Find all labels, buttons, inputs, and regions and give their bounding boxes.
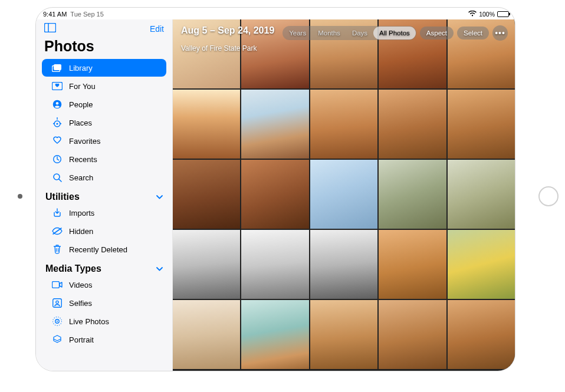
sidebar-item-recently-deleted[interactable]: Recently Deleted <box>42 241 166 258</box>
aspect-button[interactable]: Aspect <box>420 27 454 39</box>
places-icon <box>51 117 63 129</box>
sidebar-item-hidden[interactable]: Hidden <box>42 222 166 240</box>
photo-thumbnail[interactable] <box>173 160 240 229</box>
sidebar-item-favorites[interactable]: Favorites <box>42 132 166 150</box>
sidebar-item-places[interactable]: Places <box>42 114 166 131</box>
photo-thumbnail[interactable] <box>173 19 240 88</box>
sidebar-section-title: Media Types <box>45 263 101 274</box>
photo-thumbnail[interactable] <box>379 90 446 159</box>
sidebar-edit-button[interactable]: Edit <box>150 24 164 34</box>
battery-pct: 100% <box>479 11 495 18</box>
chevron-down-icon <box>156 265 163 273</box>
photo-thumbnail[interactable] <box>379 300 446 369</box>
select-button[interactable]: Select <box>457 27 489 39</box>
photo-grid <box>173 19 515 371</box>
imports-icon <box>51 207 63 219</box>
photo-thumbnail[interactable] <box>241 160 308 229</box>
sidebar-item-label: Imports <box>69 209 94 218</box>
photo-thumbnail[interactable] <box>173 300 240 369</box>
hidden-icon <box>51 225 63 237</box>
status-time: 9:41 AM <box>43 11 67 18</box>
search-icon <box>51 172 63 183</box>
sidebar-item-for-you[interactable]: For You <box>42 77 166 95</box>
sidebar-section-title: Utilities <box>45 192 80 202</box>
sidebar-section-media-types[interactable]: Media Types <box>36 259 172 275</box>
sidebar-item-label: People <box>69 100 93 109</box>
sidebar-item-label: Search <box>69 173 93 182</box>
svg-point-16 <box>56 301 58 303</box>
sidebar-item-search[interactable]: Search <box>42 169 166 186</box>
segment-years[interactable]: Years <box>283 27 312 39</box>
svg-point-9 <box>56 123 58 124</box>
svg-point-19 <box>57 321 58 322</box>
home-button[interactable] <box>538 186 559 206</box>
photo-thumbnail[interactable] <box>448 160 515 229</box>
segment-days[interactable]: Days <box>346 27 373 39</box>
svg-line-12 <box>59 179 61 182</box>
sidebar-item-portrait[interactable]: Portrait <box>42 331 166 348</box>
sidebar-title: Photos <box>36 37 172 58</box>
sidebar-item-label: Live Photos <box>69 317 109 326</box>
status-date: Tue Sep 15 <box>70 11 103 18</box>
photo-thumbnail[interactable] <box>310 300 377 369</box>
segment-months[interactable]: Months <box>312 27 346 39</box>
sidebar-item-videos[interactable]: Videos <box>42 276 166 294</box>
photo-thumbnail[interactable] <box>310 90 377 159</box>
photo-thumbnail[interactable] <box>241 300 308 369</box>
photo-thumbnail[interactable] <box>448 300 515 369</box>
svg-point-7 <box>56 102 59 105</box>
sidebar-item-recents[interactable]: Recents <box>42 150 166 168</box>
sidebar-item-selfies[interactable]: Selfies <box>42 294 166 312</box>
photo-thumbnail[interactable] <box>241 90 308 159</box>
for-you-icon <box>51 80 63 92</box>
photo-thumbnail[interactable] <box>448 230 515 299</box>
more-button[interactable]: ••• <box>492 25 508 41</box>
sidebar-item-people[interactable]: People <box>42 95 166 113</box>
sidebar-item-label: For You <box>69 82 96 91</box>
photo-thumbnail[interactable] <box>173 230 240 299</box>
chevron-down-icon <box>156 193 163 201</box>
photo-thumbnail[interactable] <box>173 90 240 159</box>
svg-point-4 <box>55 65 57 67</box>
sidebar-item-label: Recents <box>69 155 97 164</box>
sidebar-item-live-photos[interactable]: Live Photos <box>42 312 166 330</box>
sidebar-item-label: Portrait <box>69 335 94 344</box>
sidebar-item-label: Recently Deleted <box>69 245 127 254</box>
video-icon <box>51 279 63 291</box>
battery-icon <box>497 11 509 17</box>
sidebar-section-utilities[interactable]: Utilities <box>36 187 172 203</box>
people-icon <box>51 98 63 110</box>
photo-thumbnail[interactable] <box>379 160 446 229</box>
recents-icon <box>51 153 63 165</box>
wifi-icon <box>468 11 477 18</box>
favorites-icon <box>51 135 63 147</box>
sidebar-item-label: Videos <box>69 281 93 289</box>
status-bar: 9:41 AM Tue Sep 15 100% <box>36 8 515 19</box>
sidebar: Edit Photos LibraryFor YouPeoplePlacesFa… <box>36 19 173 371</box>
selfies-icon <box>51 297 63 309</box>
svg-rect-14 <box>52 282 60 288</box>
photo-grid-content: Aug 5 – Sep 24, 2019 Valley of Fire Stat… <box>173 19 515 371</box>
sidebar-item-label: Library <box>69 64 93 73</box>
front-camera <box>18 194 22 199</box>
photo-thumbnail[interactable] <box>310 160 377 229</box>
trash-icon <box>51 243 63 255</box>
photo-thumbnail[interactable] <box>310 230 377 299</box>
portrait-icon <box>51 334 63 345</box>
library-icon <box>51 62 63 74</box>
sidebar-item-label: Places <box>69 118 92 127</box>
sidebar-item-library[interactable]: Library <box>42 59 166 77</box>
svg-rect-0 <box>45 24 56 32</box>
photo-thumbnail[interactable] <box>241 230 308 299</box>
sidebar-item-label: Hidden <box>69 227 93 236</box>
view-segmented-control[interactable]: YearsMonthsDaysAll Photos <box>282 26 416 40</box>
photo-thumbnail[interactable] <box>448 90 515 159</box>
photo-thumbnail[interactable] <box>379 230 446 299</box>
sidebar-item-label: Favorites <box>69 137 100 146</box>
sidebar-item-label: Selfies <box>69 299 92 308</box>
sidebar-item-imports[interactable]: Imports <box>42 204 166 222</box>
live-photos-icon <box>51 315 63 327</box>
svg-rect-15 <box>53 299 62 308</box>
sidebar-toggle-icon[interactable] <box>44 23 56 34</box>
segment-all-photos[interactable]: All Photos <box>373 27 416 39</box>
